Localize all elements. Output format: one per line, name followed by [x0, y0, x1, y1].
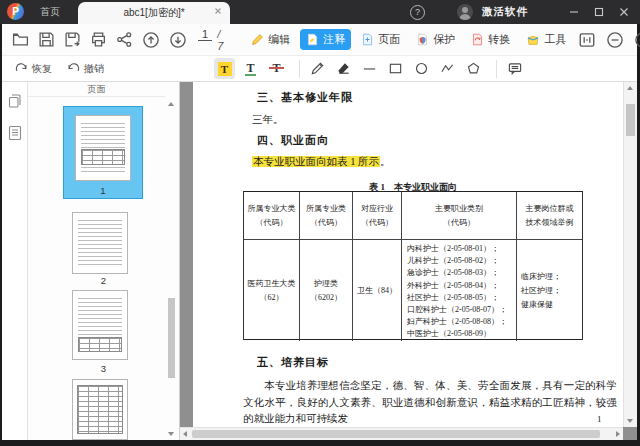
page-number-input[interactable]: 1	[198, 28, 212, 41]
vertical-scrollbar-thumb[interactable]	[626, 104, 635, 136]
window-controls	[561, 0, 636, 24]
tab-close-icon[interactable]	[212, 5, 224, 17]
ribbon-tab-comment[interactable]: 注释	[300, 29, 351, 50]
panel-scroll-up-icon[interactable]	[168, 102, 174, 106]
tab-home[interactable]: 首页	[32, 0, 68, 24]
strikethrough-tool[interactable]: T	[266, 58, 287, 79]
scroll-left-icon[interactable]	[183, 431, 187, 437]
eraser-tool[interactable]	[333, 58, 354, 79]
table-cell: 内科护士（2-05-08-01）； 儿科护士（2-05-08-02）； 急诊护士…	[402, 240, 517, 341]
thumbnail-page-4[interactable]	[72, 379, 128, 440]
scroll-up-icon[interactable]	[627, 86, 633, 90]
polygon-tool[interactable]	[463, 58, 484, 79]
section5-heading: 五、培养目标	[257, 355, 329, 370]
strikethrough-icon: T	[271, 61, 281, 76]
ribbon-tab-edit-label: 编辑	[268, 32, 290, 47]
previous-page-icon[interactable]	[142, 29, 160, 51]
underline-icon: T	[245, 62, 255, 76]
horizontal-scrollbar-thumb[interactable]	[192, 430, 600, 438]
table-cell: 卫生（84）	[353, 240, 402, 341]
section3-body: 三年。	[252, 113, 284, 127]
print-icon[interactable]	[90, 29, 107, 51]
thumbnail-page-1[interactable]: 1	[63, 106, 143, 199]
table-header-cell: 主要职业类别 （代码）	[402, 192, 517, 240]
pencil-tool[interactable]	[307, 58, 328, 79]
scroll-down-icon[interactable]	[627, 419, 633, 423]
underline-tool[interactable]: T	[240, 58, 261, 79]
page-thumbnails-icon[interactable]	[6, 92, 24, 110]
ribbon-tab-comment-label: 注释	[323, 32, 345, 47]
tools-divider-2	[496, 60, 497, 78]
ribbon-tab-page[interactable]: 页面	[355, 29, 406, 50]
career-table: 所属专业大类 （代码） 所属专业类 （代码） 对应行业 （代码） 主要职业类别 …	[243, 191, 583, 340]
app-window: P 首页 abc1[加密的]* ? 激活软件	[0, 0, 640, 446]
ribbon-tab-protect-label: 保护	[433, 32, 455, 47]
view-controls	[576, 29, 640, 51]
rectangle-tool[interactable]	[385, 58, 406, 79]
panel-scrollbar[interactable]	[167, 100, 176, 438]
document-page[interactable]: 三、基本修业年限 三年。 四、职业面向 本专业职业面向如表 1 所示。 表 1 …	[193, 82, 623, 430]
next-page-icon[interactable]	[169, 29, 187, 51]
ellipse-tool[interactable]	[411, 58, 432, 79]
table-cell: 护理类 （6202）	[300, 240, 353, 341]
user-avatar[interactable]	[457, 4, 473, 20]
section4-sentence: 本专业职业面向如表 1 所示。	[252, 155, 391, 169]
pages-panel: 页面 1 2 3	[28, 82, 180, 440]
redo-icon	[14, 61, 29, 76]
undo-button[interactable]: 撤销	[66, 61, 104, 76]
highlighted-text[interactable]: 本专业职业面向如表 1 所示	[252, 156, 380, 167]
annotation-tools-group: T T T	[214, 58, 530, 79]
undo-icon	[66, 61, 81, 76]
sentence-tail: 。	[380, 156, 391, 167]
table-cell: 医药卫生大类 （62）	[244, 240, 300, 341]
save-as-icon[interactable]	[64, 29, 81, 51]
help-icon[interactable]: ?	[410, 5, 425, 20]
app-logo-icon: P	[7, 3, 24, 20]
ribbon-tab-tools[interactable]: 工具	[520, 29, 572, 50]
open-file-icon[interactable]	[12, 29, 29, 51]
zoom-out-icon[interactable]	[604, 29, 626, 51]
maximize-button[interactable]	[586, 0, 611, 24]
redo-label: 恢复	[32, 62, 52, 76]
ribbon-tab-protect[interactable]: 保护	[410, 29, 461, 50]
highlight-icon: T	[218, 62, 232, 76]
horizontal-scrollbar[interactable]	[180, 427, 623, 440]
document-viewport[interactable]: 三、基本修业年限 三年。 四、职业面向 本专业职业面向如表 1 所示。 表 1 …	[180, 82, 637, 440]
document-tab-title: abc1[加密的]*	[123, 6, 184, 20]
ribbon-tab-page-label: 页面	[378, 32, 400, 47]
share-icon[interactable]	[116, 29, 133, 51]
page-footer-number: 1	[597, 414, 602, 424]
minimize-button[interactable]	[561, 0, 586, 24]
activate-software-button[interactable]: 激活软件	[482, 5, 528, 19]
redo-button[interactable]: 恢复	[14, 61, 52, 76]
titlebar: P 首页 abc1[加密的]* ? 激活软件	[0, 0, 640, 24]
panel-scroll-down-icon[interactable]	[168, 432, 174, 436]
table-header-cell: 对应行业 （代码）	[353, 192, 402, 240]
tab-document[interactable]: abc1[加密的]*	[78, 2, 230, 24]
fit-page-icon[interactable]	[576, 29, 598, 51]
vertical-scrollbar[interactable]	[623, 82, 637, 427]
outline-panel-icon[interactable]	[6, 124, 24, 142]
thumbnail-page-3[interactable]	[72, 290, 128, 360]
table-header-cell: 所属专业大类 （代码）	[244, 192, 300, 240]
save-icon[interactable]	[38, 29, 55, 51]
section5-body: 本专业培养理想信念坚定，德、智、体、美、劳全面发展，具有一定的科学文化水平，良好…	[243, 378, 617, 428]
scroll-right-icon[interactable]	[616, 431, 620, 437]
panel-scrollbar-thumb[interactable]	[168, 298, 175, 378]
zoom-in-icon[interactable]	[632, 29, 640, 51]
close-button[interactable]	[611, 0, 636, 24]
navigation-strip	[2, 82, 28, 440]
thumbnail-page-2[interactable]	[72, 212, 128, 274]
thumbnail-1-preview	[75, 115, 131, 181]
polyline-tool[interactable]	[437, 58, 458, 79]
table-header-cell: 所属专业类 （代码）	[300, 192, 353, 240]
main-toolbar: 1 / 7 编辑 注释 页面 保护 转换 工具	[2, 24, 637, 56]
highlight-tool[interactable]: T	[214, 58, 235, 79]
section4-heading: 四、职业面向	[257, 133, 329, 148]
line-tool[interactable]	[359, 58, 380, 79]
ribbon-tab-edit[interactable]: 编辑	[245, 29, 296, 50]
ribbon-tab-convert[interactable]: 转换	[465, 29, 516, 50]
table-header-cell: 主要岗位群或 技术领域举例	[517, 192, 582, 240]
callout-note-tool[interactable]	[504, 58, 525, 79]
tools-divider	[299, 60, 300, 78]
